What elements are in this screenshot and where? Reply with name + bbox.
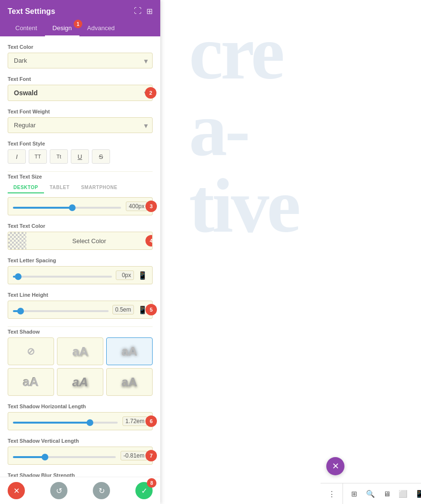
circle-x-icon: ✕ bbox=[332, 461, 339, 471]
shadow-horizontal-row: 1.72em 6 bbox=[8, 412, 153, 430]
shadow-1-preview: aA bbox=[72, 344, 88, 359]
letter-spacing-label: Text Letter Spacing bbox=[8, 258, 153, 263]
shadow-4-preview: aA bbox=[72, 375, 88, 390]
shadow-option-1[interactable]: aA bbox=[57, 337, 103, 365]
monitor-button[interactable]: 🖥 bbox=[379, 487, 394, 501]
text-color-select-wrapper: Dark ▾ bbox=[8, 53, 153, 68]
panel-title: Text Settings bbox=[8, 7, 55, 16]
text-text-color-badge: 4 bbox=[145, 235, 153, 246]
letter-spacing-device-icon[interactable]: 📱 bbox=[138, 271, 147, 280]
field-text-font-style: Text Font Style I TT Tt U S bbox=[8, 141, 153, 164]
text-font-weight-select-wrapper: Regular ▾ bbox=[8, 117, 153, 133]
field-text-font: Text Font Oswald ▾ 2 bbox=[8, 76, 153, 101]
right-canvas: crea-tive ✕ ⋮ ⊞ 🔍 🖥 ⬜ 📱 ✦ ⚙ ⊞ + ⏻ 🗑 ⚙ bbox=[160, 0, 421, 504]
field-text-shadow: Text Shadow ⊘ aA aA aA aA aA bbox=[8, 329, 153, 396]
field-text-font-weight: Text Font Weight Regular ▾ bbox=[8, 109, 153, 133]
shadow-vertical-row: -0.81em 7 bbox=[8, 447, 153, 465]
style-btn-underline[interactable]: U bbox=[71, 149, 89, 164]
undo-icon: ↺ bbox=[56, 486, 62, 495]
tab-content[interactable]: Content bbox=[8, 21, 45, 36]
tab-design[interactable]: Design 1 bbox=[45, 21, 79, 36]
shadow-vertical-value: -0.81em bbox=[121, 451, 147, 460]
undo-button[interactable]: ↺ bbox=[50, 482, 67, 499]
close-icon: ✕ bbox=[13, 486, 20, 495]
shadow-vertical-slider[interactable] bbox=[13, 456, 116, 458]
layout-grid-button[interactable]: ⊞ bbox=[347, 487, 361, 501]
style-btn-strikethrough[interactable]: S bbox=[92, 149, 110, 164]
shadow-option-3[interactable]: aA bbox=[8, 368, 54, 396]
text-text-color-select[interactable]: Select Color 4 bbox=[8, 232, 153, 250]
line-height-slider[interactable] bbox=[13, 310, 109, 312]
color-select-label: Select Color bbox=[26, 237, 152, 245]
line-height-label: Text Line Height bbox=[8, 292, 153, 298]
line-height-value: 0.5em bbox=[112, 305, 134, 314]
shadow-horizontal-badge: 6 bbox=[145, 415, 157, 427]
shadow-option-5[interactable]: aA bbox=[106, 368, 153, 396]
redo-button[interactable]: ↻ bbox=[93, 482, 110, 499]
shadow-option-none[interactable]: ⊘ bbox=[8, 337, 54, 365]
close-button[interactable]: ✕ bbox=[8, 482, 25, 499]
layout-icon[interactable]: ⊞ bbox=[146, 7, 153, 16]
field-letter-spacing: Text Letter Spacing 0px 📱 bbox=[8, 258, 153, 284]
shadow-horizontal-label: Text Shadow Horizontal Length bbox=[8, 403, 153, 409]
panel-footer: ✕ ↺ ↻ ✓ 8 bbox=[0, 477, 160, 504]
circle-x-button[interactable]: ✕ bbox=[326, 457, 344, 475]
divider-2 bbox=[8, 326, 153, 327]
toolbar-section-dots: ⋮ bbox=[321, 483, 343, 504]
text-size-slider[interactable] bbox=[13, 207, 121, 209]
style-btn-capitalize[interactable]: Tt bbox=[50, 149, 68, 164]
text-font-label: Text Font bbox=[8, 76, 153, 82]
shadow-option-4[interactable]: aA bbox=[57, 368, 103, 396]
text-font-style-label: Text Font Style bbox=[8, 141, 153, 146]
shadow-option-2[interactable]: aA bbox=[106, 337, 153, 365]
style-btn-uppercase[interactable]: TT bbox=[29, 149, 47, 164]
text-text-color-label: Text Text Color bbox=[8, 223, 153, 229]
panel-body: Text Color Dark ▾ Text Font Oswald ▾ 2 T… bbox=[0, 36, 160, 477]
field-text-text-color: Text Text Color Select Color 4 bbox=[8, 223, 153, 250]
text-size-badge: 3 bbox=[145, 201, 157, 212]
size-tab-tablet[interactable]: TABLET bbox=[44, 182, 76, 193]
text-shadow-label: Text Shadow bbox=[8, 329, 153, 335]
field-text-color: Text Color Dark ▾ bbox=[8, 44, 153, 68]
font-badge: 2 bbox=[145, 87, 156, 99]
panel-header-icons: ⛶ ⊞ bbox=[134, 7, 153, 16]
field-text-size: Text Text Size DESKTOP TABLET SMARTPHONE… bbox=[8, 174, 153, 215]
shadow-vertical-label: Text Shadow Vertical Length bbox=[8, 438, 153, 444]
three-dots-button[interactable]: ⋮ bbox=[324, 487, 339, 501]
text-size-slider-container bbox=[13, 202, 121, 211]
shadow-horizontal-slider-container bbox=[13, 417, 118, 426]
field-shadow-horizontal: Text Shadow Horizontal Length 1.72em 6 bbox=[8, 403, 153, 430]
letter-spacing-row: 0px 📱 bbox=[8, 266, 153, 284]
field-line-height: Text Line Height 0.5em 📱 5 bbox=[8, 292, 153, 319]
letter-spacing-slider-container bbox=[13, 271, 112, 280]
tablet-button[interactable]: ⬜ bbox=[396, 487, 410, 501]
text-size-label: Text Text Size bbox=[8, 174, 153, 179]
text-color-select[interactable]: Dark bbox=[8, 53, 153, 68]
text-font-weight-select[interactable]: Regular bbox=[8, 117, 153, 133]
size-tab-desktop[interactable]: DESKTOP bbox=[8, 182, 44, 193]
letter-spacing-slider[interactable] bbox=[13, 276, 112, 278]
line-height-badge: 5 bbox=[145, 304, 157, 315]
shadow-horizontal-slider[interactable] bbox=[13, 422, 118, 424]
bottom-toolbar: ⋮ ⊞ 🔍 🖥 ⬜ 📱 ✦ ⚙ ⊞ + ⏻ 🗑 ⚙ ⏱ ≡ bbox=[321, 483, 421, 504]
tab-advanced[interactable]: Advanced bbox=[79, 21, 122, 36]
text-font-select-wrapper: Oswald ▾ 2 bbox=[8, 85, 153, 101]
letter-spacing-value: 0px bbox=[116, 270, 134, 280]
text-font-select[interactable]: Oswald bbox=[8, 85, 153, 101]
fullscreen-icon[interactable]: ⛶ bbox=[134, 7, 142, 16]
save-badge: 8 bbox=[147, 478, 156, 488]
panel-header: Text Settings ⛶ ⊞ Content Design 1 Advan… bbox=[0, 0, 160, 36]
save-button[interactable]: ✓ 8 bbox=[135, 482, 153, 499]
shadow-blur-label: Text Shadow Blur Strength bbox=[8, 472, 153, 477]
style-btn-italic[interactable]: I bbox=[8, 149, 26, 164]
shadow-none-icon: ⊘ bbox=[27, 346, 35, 357]
toolbar-section-layout: ⊞ 🔍 🖥 ⬜ 📱 bbox=[343, 483, 421, 504]
text-color-label: Text Color bbox=[8, 44, 153, 50]
search-button[interactable]: 🔍 bbox=[363, 487, 377, 501]
redo-icon: ↻ bbox=[99, 486, 105, 495]
text-size-value: 400px bbox=[126, 202, 147, 211]
shadow-5-preview: aA bbox=[122, 375, 137, 390]
left-panel: Text Settings ⛶ ⊞ Content Design 1 Advan… bbox=[0, 0, 160, 504]
size-tab-smartphone[interactable]: SMARTPHONE bbox=[75, 182, 123, 193]
phone-button[interactable]: 📱 bbox=[412, 487, 421, 501]
